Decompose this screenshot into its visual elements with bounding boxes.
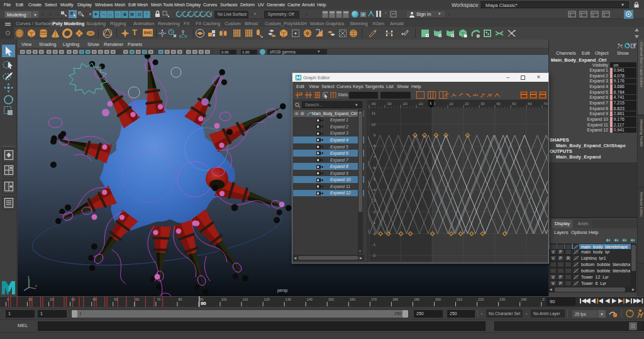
svg-text:120: 120 xyxy=(264,297,270,301)
svg-text:10: 10 xyxy=(449,102,453,106)
svg-text:40: 40 xyxy=(496,102,501,106)
svg-text:11: 11 xyxy=(372,111,376,115)
svg-text:20: 20 xyxy=(50,297,53,301)
svg-text:220: 220 xyxy=(478,297,484,301)
svg-text:180: 180 xyxy=(392,297,398,301)
svg-text:30: 30 xyxy=(480,102,485,106)
svg-text:210: 210 xyxy=(457,297,462,301)
svg-text:50: 50 xyxy=(512,102,516,106)
svg-text:200: 200 xyxy=(435,297,441,301)
svg-text:140: 140 xyxy=(307,297,313,301)
svg-text:190: 190 xyxy=(414,297,419,301)
svg-text:20: 20 xyxy=(465,102,469,106)
svg-text:70: 70 xyxy=(543,102,548,106)
svg-text:130: 130 xyxy=(286,297,291,301)
svg-text:-20: -20 xyxy=(402,102,408,106)
svg-text:110: 110 xyxy=(243,297,248,301)
svg-text:160: 160 xyxy=(350,297,355,301)
svg-text:150: 150 xyxy=(328,297,334,301)
svg-text:0: 0 xyxy=(7,297,9,301)
svg-text:70: 70 xyxy=(157,297,160,301)
svg-text:80: 80 xyxy=(178,297,182,301)
svg-text:30: 30 xyxy=(71,297,75,301)
svg-text:50: 50 xyxy=(114,297,118,301)
svg-text:-1: -1 xyxy=(372,243,376,247)
svg-text:40: 40 xyxy=(92,297,96,301)
svg-text:170: 170 xyxy=(371,297,377,301)
svg-text:-10: -10 xyxy=(418,102,423,106)
svg-text:100: 100 xyxy=(221,297,227,301)
svg-text:10: 10 xyxy=(28,297,32,301)
svg-text:230: 230 xyxy=(499,297,505,301)
svg-text:-2: -2 xyxy=(372,253,376,257)
svg-text:10: 10 xyxy=(371,123,375,126)
svg-text:-30: -30 xyxy=(386,102,392,106)
svg-text:-40: -40 xyxy=(370,102,376,106)
svg-text:60: 60 xyxy=(528,102,532,106)
svg-text:240: 240 xyxy=(521,297,526,301)
svg-text:60: 60 xyxy=(135,297,139,301)
svg-text:250: 250 xyxy=(542,297,545,301)
svg-text:90: 90 xyxy=(201,301,206,306)
